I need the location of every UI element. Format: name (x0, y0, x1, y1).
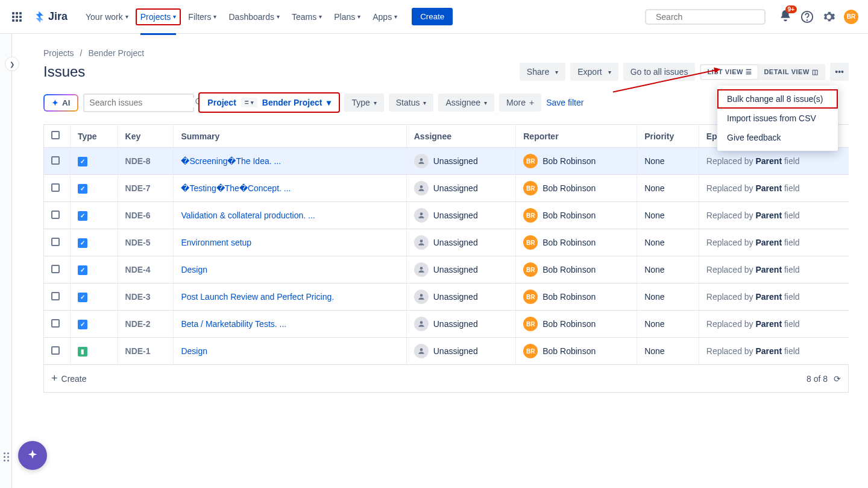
issue-summary-link[interactable]: �Screening�The Idea. ... (181, 156, 281, 166)
issue-key[interactable]: NDE-8 (118, 148, 174, 175)
assignee-cell[interactable]: Unassigned (414, 154, 509, 168)
table-row[interactable]: ✓NDE-8�Screening�The Idea. ...Unassigned… (44, 148, 849, 175)
reporter-cell[interactable]: BRBob Robinson (523, 262, 629, 277)
help-icon[interactable] (800, 10, 814, 24)
col-header[interactable]: Summary (174, 125, 406, 148)
chevron-down-icon: ▾ (319, 13, 322, 20)
row-checkbox[interactable] (51, 156, 60, 165)
nav-apps[interactable]: Apps ▾ (368, 8, 402, 25)
row-checkbox[interactable] (51, 265, 60, 273)
issue-key[interactable]: NDE-7 (118, 175, 174, 202)
search-issues-input[interactable] (89, 98, 195, 107)
nav-plans[interactable]: Plans ▾ (329, 8, 365, 25)
inline-create-button[interactable]: +Create (51, 372, 87, 385)
filter-more[interactable]: More+ (499, 93, 541, 112)
filter-type[interactable]: Type▾ (344, 93, 383, 112)
issue-key[interactable]: NDE-6 (118, 202, 174, 229)
reporter-cell[interactable]: BRBob Robinson (523, 235, 629, 250)
row-checkbox[interactable] (51, 238, 60, 246)
filter-project-pill[interactable]: Project = ▾ Bender Project ▾ (199, 93, 339, 112)
row-checkbox[interactable] (51, 292, 60, 300)
col-header[interactable]: Type (71, 125, 118, 148)
breadcrumb-projects[interactable]: Projects (43, 48, 74, 58)
row-checkbox[interactable] (51, 211, 60, 219)
assignee-cell[interactable]: Unassigned (414, 208, 509, 223)
issue-summary-link[interactable]: Post Launch Review and Perfect Pricing. (181, 292, 334, 302)
col-header[interactable]: Key (118, 125, 174, 148)
app-switcher-icon[interactable] (10, 10, 24, 24)
table-row[interactable]: ✓NDE-6Validation & collateral production… (44, 202, 849, 229)
import-csv-item[interactable]: Import issues from CSV (717, 109, 838, 128)
reporter-cell[interactable]: BRBob Robinson (523, 181, 629, 195)
issue-summary-link[interactable]: Design (181, 265, 207, 274)
search-input[interactable] (656, 12, 761, 22)
col-header[interactable]: Priority (637, 125, 699, 148)
col-header[interactable] (44, 125, 71, 148)
search-issues[interactable] (83, 93, 194, 112)
nav-teams[interactable]: Teams ▾ (287, 8, 327, 25)
issue-summary-link[interactable]: Design (181, 346, 207, 356)
issue-key[interactable]: NDE-2 (118, 311, 174, 338)
row-checkbox[interactable] (51, 319, 60, 328)
col-header[interactable]: Reporter (516, 125, 637, 148)
filter-assignee[interactable]: Assignee▾ (438, 93, 494, 112)
save-filter-link[interactable]: Save filter (546, 98, 583, 107)
breadcrumb-separator: / (80, 48, 83, 58)
row-checkbox[interactable] (51, 346, 60, 355)
assignee-cell[interactable]: Unassigned (414, 290, 509, 304)
nav-filters[interactable]: Filters ▾ (183, 8, 221, 25)
assignee-cell[interactable]: Unassigned (414, 262, 509, 277)
create-button[interactable]: Create (412, 8, 453, 25)
issues-table-wrapper: TypeKeySummaryAssigneeReporterPriorityEp… (43, 124, 849, 393)
expand-sidebar-icon[interactable]: ❯ (5, 57, 19, 71)
reporter-cell[interactable]: BRBob Robinson (523, 317, 629, 331)
reporter-cell[interactable]: BRBob Robinson (523, 208, 629, 223)
issue-key[interactable]: NDE-4 (118, 256, 174, 284)
detail-view-toggle[interactable]: DETAIL VIEW ◫ (758, 65, 824, 79)
bulk-change-item[interactable]: Bulk change all 8 issue(s) (717, 89, 838, 109)
issue-summary-link[interactable]: Beta / Marketability Tests. ... (181, 319, 286, 329)
assignee-cell[interactable]: Unassigned (414, 344, 509, 358)
issue-key[interactable]: NDE-1 (118, 338, 174, 365)
col-header[interactable]: Assignee (406, 125, 516, 148)
ai-filter-button[interactable]: ✦AI (43, 94, 78, 112)
filter-status[interactable]: Status▾ (389, 93, 434, 112)
row-checkbox[interactable] (51, 183, 60, 192)
share-button[interactable]: Share▾ (520, 63, 565, 81)
notifications-icon[interactable]: 9+ (779, 9, 792, 24)
user-avatar[interactable]: BR (844, 10, 858, 24)
give-feedback-item[interactable]: Give feedback (717, 128, 838, 147)
settings-icon[interactable] (822, 10, 835, 24)
issue-summary-link[interactable]: �Testing�The�Concept. ... (181, 183, 291, 193)
table-row[interactable]: ✓NDE-3Post Launch Review and Perfect Pri… (44, 284, 849, 311)
priority-cell: None (637, 175, 699, 202)
issue-summary-link[interactable]: Environment setup (181, 238, 251, 247)
select-all-checkbox[interactable] (51, 131, 60, 139)
chevron-down-icon: ▾ (213, 13, 216, 20)
issue-key[interactable]: NDE-3 (118, 284, 174, 311)
assignee-cell[interactable]: Unassigned (414, 181, 509, 195)
nav-your-work[interactable]: Your work ▾ (81, 8, 133, 25)
issue-summary-link[interactable]: Validation & collateral production. ... (181, 211, 315, 220)
breadcrumb-project[interactable]: Bender Project (88, 48, 144, 58)
reporter-cell[interactable]: BRBob Robinson (523, 290, 629, 304)
table-row[interactable]: ▮NDE-1DesignUnassignedBRBob RobinsonNone… (44, 338, 849, 365)
assignee-cell[interactable]: Unassigned (414, 235, 509, 250)
product-logo[interactable]: Jira (33, 10, 68, 24)
table-row[interactable]: ✓NDE-5Environment setupUnassignedBRBob R… (44, 229, 849, 256)
svg-point-12 (420, 321, 423, 324)
reporter-cell[interactable]: BRBob Robinson (523, 154, 629, 168)
nav-dashboards[interactable]: Dashboards ▾ (224, 8, 285, 25)
refresh-icon[interactable]: ⟳ (834, 374, 841, 384)
nav-projects[interactable]: Projects ▾ (136, 8, 181, 25)
assignee-cell[interactable]: Unassigned (414, 317, 509, 331)
more-actions-button[interactable]: ••• (830, 63, 849, 81)
issue-key[interactable]: NDE-5 (118, 229, 174, 256)
export-button[interactable]: Export▾ (570, 63, 618, 81)
table-row[interactable]: ✓NDE-2Beta / Marketability Tests. ...Una… (44, 311, 849, 338)
go-to-all-issues-button[interactable]: Go to all issues (623, 63, 696, 81)
reporter-cell[interactable]: BRBob Robinson (523, 344, 629, 358)
table-row[interactable]: ✓NDE-4DesignUnassignedBRBob RobinsonNone… (44, 256, 849, 284)
global-search[interactable] (645, 9, 766, 25)
table-row[interactable]: ✓NDE-7�Testing�The�Concept. ...Unassigne… (44, 175, 849, 202)
